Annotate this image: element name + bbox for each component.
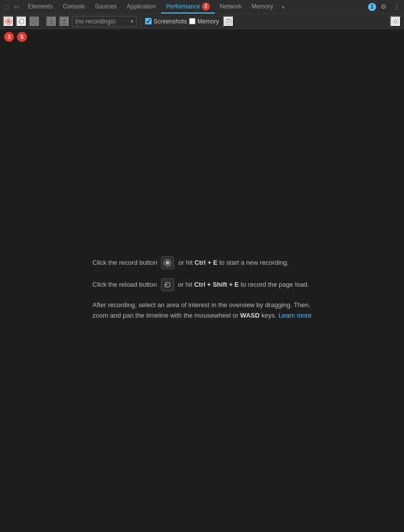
reload-record-button[interactable] [16, 16, 27, 27]
dropdown-arrow-icon: ▾ [131, 18, 133, 24]
badge-row: 3 5 [0, 29, 404, 45]
svg-point-13 [166, 261, 170, 265]
tabs-overflow-button[interactable]: » [278, 3, 288, 10]
cursor-icon[interactable]: ⬚ [2, 2, 11, 11]
screenshots-checkbox-label[interactable]: Screenshots [145, 18, 187, 25]
toolbar-divider [141, 17, 141, 26]
tab-elements[interactable]: Elements [23, 0, 58, 13]
record-icon-inline [161, 256, 174, 269]
performance-badge: 2 [202, 2, 210, 10]
notification-badge[interactable]: 1 [368, 3, 376, 11]
settings-icon[interactable]: ⚙ [378, 1, 389, 12]
tab-sources[interactable]: Sources [90, 0, 122, 13]
svg-line-3 [33, 20, 36, 22]
save-profile-button[interactable] [59, 16, 70, 27]
tab-performance[interactable]: Performance 2 [161, 0, 215, 13]
devtools-icons: ⬚ ▭ [2, 2, 21, 11]
learn-more-link[interactable]: Learn more [278, 312, 311, 319]
badge-5: 5 [17, 32, 27, 42]
reload-icon-inline [161, 278, 174, 291]
reload-shortcut: Ctrl + Shift + E [194, 281, 239, 288]
mobile-icon[interactable]: ▭ [12, 2, 21, 11]
panel-settings-button[interactable] [390, 16, 401, 27]
clear-recording-button[interactable] [29, 16, 40, 27]
svg-point-1 [7, 19, 10, 23]
tab-console[interactable]: Console [58, 0, 90, 13]
tabs-container: Elements Console Sources Application Per… [23, 0, 368, 13]
more-options-icon[interactable]: ⋮ [391, 1, 402, 12]
record-shortcut: Ctrl + E [195, 259, 217, 266]
tab-bar: ⬚ ▭ Elements Console Sources Application… [0, 0, 404, 14]
screenshots-checkbox[interactable] [145, 18, 152, 24]
tab-bar-right: 1 ⚙ ⋮ [368, 1, 402, 12]
record-instruction: Click the record button or hit Ctrl + E … [92, 256, 311, 269]
badge-3: 3 [4, 32, 14, 42]
wasd-key: WASD [240, 312, 260, 319]
instructions-panel: Click the record button or hit Ctrl + E … [92, 256, 311, 321]
delete-recordings-button[interactable] [223, 16, 234, 27]
main-content: Click the record button or hit Ctrl + E … [0, 45, 404, 532]
record-instruction-prefix: Click the record button [92, 258, 157, 268]
after-recording-text: After recording, select an area of inter… [92, 300, 311, 321]
record-button[interactable] [3, 16, 14, 27]
reload-instruction: Click the reload button or hit Ctrl + Sh… [92, 278, 311, 291]
performance-toolbar: (no recordings) ▾ Screenshots Memory [0, 14, 404, 29]
tab-network[interactable]: Network [215, 0, 247, 13]
tab-memory[interactable]: Memory [247, 0, 278, 13]
memory-checkbox[interactable] [189, 18, 196, 24]
svg-point-11 [395, 20, 397, 22]
reload-instruction-prefix: Click the reload button [92, 280, 157, 290]
memory-checkbox-label[interactable]: Memory [189, 18, 219, 25]
recordings-dropdown[interactable]: (no recordings) ▾ [72, 16, 137, 27]
load-profile-button[interactable] [46, 16, 57, 27]
tab-application[interactable]: Application [122, 0, 161, 13]
